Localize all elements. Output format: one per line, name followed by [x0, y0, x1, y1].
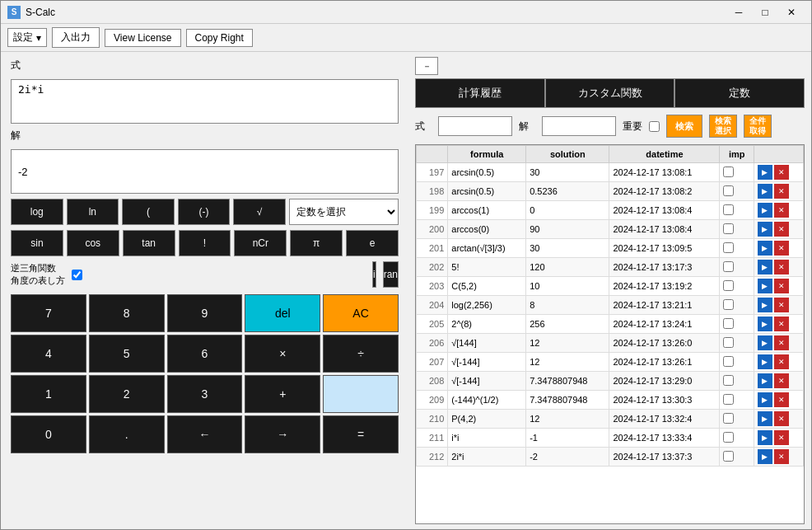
- row-select-button[interactable]: ▶: [758, 260, 772, 274]
- divide-button[interactable]: ÷: [323, 335, 399, 373]
- num-5[interactable]: 5: [89, 335, 165, 373]
- num-1[interactable]: 1: [11, 375, 86, 413]
- const-select[interactable]: 定数を選択: [289, 199, 399, 225]
- col-formula[interactable]: formula: [448, 146, 526, 163]
- equals-button[interactable]: =: [323, 415, 399, 453]
- num-4[interactable]: 4: [11, 335, 86, 373]
- row-imp-checkbox[interactable]: [723, 204, 734, 215]
- row-delete-button[interactable]: ✕: [774, 335, 789, 350]
- row-select-button[interactable]: ▶: [758, 392, 772, 407]
- ac-button[interactable]: AC: [323, 294, 399, 332]
- row-imp-checkbox[interactable]: [723, 413, 734, 424]
- row-imp-checkbox[interactable]: [723, 375, 734, 386]
- row-select-button[interactable]: ▶: [758, 203, 772, 218]
- row-imp-checkbox[interactable]: [723, 242, 734, 253]
- col-datetime[interactable]: datetime: [609, 146, 720, 163]
- row-delete-button[interactable]: ✕: [774, 430, 789, 445]
- num-2[interactable]: 2: [89, 375, 165, 413]
- search-formula-input[interactable]: [438, 116, 512, 136]
- col-solution[interactable]: solution: [526, 146, 609, 163]
- row-select-button[interactable]: ▶: [758, 354, 772, 369]
- row-select-button[interactable]: ▶: [758, 184, 772, 199]
- num-8[interactable]: 8: [89, 294, 165, 332]
- num-7[interactable]: 7: [11, 294, 86, 332]
- row-imp-checkbox[interactable]: [723, 318, 734, 329]
- row-imp-checkbox[interactable]: [723, 337, 734, 348]
- factorial-button[interactable]: !: [179, 230, 231, 256]
- col-imp[interactable]: imp: [720, 146, 754, 163]
- cos-button[interactable]: cos: [67, 230, 119, 256]
- row-imp-checkbox[interactable]: [723, 299, 734, 310]
- dot-button[interactable]: .: [89, 415, 165, 453]
- search-solution-input[interactable]: [542, 116, 616, 136]
- row-imp-checkbox[interactable]: [723, 356, 734, 367]
- row-delete-button[interactable]: ✕: [774, 317, 789, 331]
- extra-button[interactable]: [323, 375, 399, 413]
- num-0[interactable]: 0: [11, 415, 86, 453]
- open-paren-button[interactable]: (: [122, 199, 175, 225]
- row-select-button[interactable]: ▶: [758, 411, 772, 426]
- random-button[interactable]: ran: [383, 261, 399, 288]
- io-button[interactable]: 入出力: [52, 27, 100, 48]
- tab-constants[interactable]: 定数: [674, 78, 805, 108]
- row-delete-button[interactable]: ✕: [774, 392, 789, 407]
- row-delete-button[interactable]: ✕: [774, 165, 789, 180]
- sin-button[interactable]: sin: [11, 230, 63, 256]
- row-delete-button[interactable]: ✕: [774, 279, 789, 293]
- row-select-button[interactable]: ▶: [758, 298, 772, 312]
- row-delete-button[interactable]: ✕: [774, 411, 789, 426]
- row-delete-button[interactable]: ✕: [774, 298, 789, 312]
- row-delete-button[interactable]: ✕: [774, 373, 789, 388]
- del-button[interactable]: del: [245, 294, 320, 332]
- search-important-checkbox[interactable]: [649, 121, 660, 132]
- plus-button[interactable]: +: [245, 375, 320, 413]
- ncr-button[interactable]: nCr: [234, 230, 287, 256]
- row-imp-checkbox[interactable]: [723, 451, 734, 462]
- result-input[interactable]: [11, 149, 399, 194]
- all-fetch-button[interactable]: 全件取得: [744, 115, 772, 138]
- row-delete-button[interactable]: ✕: [774, 241, 789, 256]
- num-6[interactable]: 6: [167, 335, 243, 373]
- num-3[interactable]: 3: [167, 375, 243, 413]
- right-arrow-button[interactable]: →: [245, 415, 320, 453]
- maximize-button[interactable]: □: [752, 4, 778, 21]
- formula-input[interactable]: 2i*i: [11, 79, 399, 124]
- row-select-button[interactable]: ▶: [758, 373, 772, 388]
- search-button[interactable]: 検索: [666, 115, 702, 138]
- e-button[interactable]: e: [346, 230, 399, 256]
- row-imp-checkbox[interactable]: [723, 185, 734, 196]
- row-imp-checkbox[interactable]: [723, 223, 734, 234]
- tab-custom-func[interactable]: カスタム関数: [545, 78, 675, 108]
- close-button[interactable]: ✕: [778, 4, 805, 21]
- imaginary-i-button[interactable]: i: [372, 261, 376, 288]
- row-select-button[interactable]: ▶: [758, 317, 772, 331]
- copyright-button[interactable]: Copy Right: [186, 29, 253, 47]
- row-imp-checkbox[interactable]: [723, 432, 734, 443]
- left-arrow-button[interactable]: ←: [167, 415, 243, 453]
- multiply-button[interactable]: ×: [245, 335, 320, 373]
- collapse-button[interactable]: －: [415, 57, 438, 75]
- row-select-button[interactable]: ▶: [758, 335, 772, 350]
- settings-dropdown[interactable]: 設定 ▾: [7, 28, 47, 47]
- row-imp-checkbox[interactable]: [723, 261, 734, 272]
- row-delete-button[interactable]: ✕: [774, 222, 789, 237]
- search-select-button[interactable]: 検索選択: [709, 115, 737, 138]
- row-select-button[interactable]: ▶: [758, 430, 772, 445]
- history-table-container[interactable]: formula solution datetime imp 197arcsin(…: [415, 144, 805, 524]
- ln-button[interactable]: ln: [67, 199, 119, 225]
- row-select-button[interactable]: ▶: [758, 449, 772, 464]
- row-imp-checkbox[interactable]: [723, 394, 734, 405]
- row-delete-button[interactable]: ✕: [774, 354, 789, 369]
- tan-button[interactable]: tan: [123, 230, 175, 256]
- row-select-button[interactable]: ▶: [758, 241, 772, 256]
- row-delete-button[interactable]: ✕: [774, 203, 789, 218]
- num-9[interactable]: 9: [167, 294, 243, 332]
- trig-checkbox[interactable]: [72, 270, 82, 280]
- log-button[interactable]: log: [11, 199, 63, 225]
- minimize-button[interactable]: ─: [726, 4, 752, 21]
- sqrt-button[interactable]: √: [233, 199, 286, 225]
- row-select-button[interactable]: ▶: [758, 279, 772, 293]
- row-delete-button[interactable]: ✕: [774, 449, 789, 464]
- row-select-button[interactable]: ▶: [758, 165, 772, 180]
- row-select-button[interactable]: ▶: [758, 222, 772, 237]
